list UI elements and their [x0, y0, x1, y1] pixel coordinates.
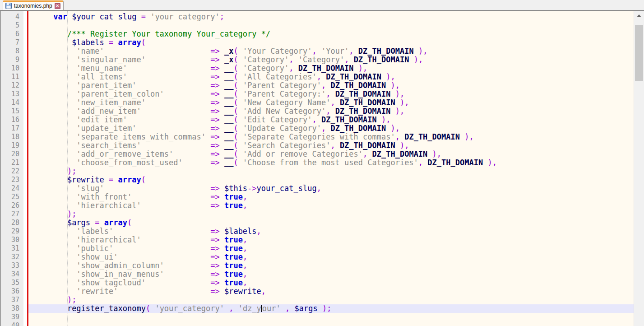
code-token: ), [386, 72, 395, 81]
vertical-scrollbar[interactable] [634, 11, 644, 326]
code-line-32[interactable]: 'show_ui' => true, [28, 253, 634, 261]
code-token: DZ_TH_DOMAIN [354, 55, 409, 64]
code-line-22[interactable]: ); [28, 167, 634, 176]
line-number: 21 [1, 158, 23, 167]
code-token [30, 149, 76, 158]
code-token: ( [233, 107, 238, 116]
code-token: , [321, 81, 326, 90]
code-token: => [210, 227, 219, 236]
code-token [220, 278, 224, 287]
code-token [220, 201, 224, 210]
code-token [136, 81, 210, 90]
code-line-30[interactable]: 'hierarchical' => true, [28, 236, 634, 244]
code-token [113, 244, 210, 253]
code-token: DZ_TH_DOMAIN [326, 72, 381, 81]
code-token: 'show_ui' [76, 252, 118, 261]
code-line-24[interactable]: 'slug' => $this->your_cat_slug, [28, 184, 634, 193]
code-line-16[interactable]: 'edit_item' => __( 'Edit Category', DZ_T… [28, 116, 634, 124]
code-line-23[interactable]: $rewrite = array( [28, 176, 634, 184]
code-line-18[interactable]: 'separate_items_with_commas' => __( 'Sep… [28, 133, 634, 141]
code-line-35[interactable]: 'show_tagcloud' => true, [28, 279, 634, 287]
code-line-8[interactable]: 'name' => _x( 'Your Category', 'Your', D… [28, 47, 634, 56]
code-area[interactable]: var $your_cat_slug = 'your_category'; /*… [28, 11, 634, 326]
code-token [220, 141, 224, 150]
line-number: 28 [1, 219, 23, 227]
code-line-31[interactable]: 'public' => true, [28, 244, 634, 253]
line-number: 7 [1, 38, 23, 47]
code-token [400, 132, 404, 141]
code-token [238, 158, 243, 167]
code-token [326, 81, 330, 90]
code-token: 'Your Category' [243, 47, 312, 56]
code-line-40[interactable] [28, 321, 634, 326]
code-line-26[interactable]: 'hierarchical' => true, [28, 201, 634, 210]
code-token: => [210, 184, 219, 193]
code-token [113, 38, 118, 47]
code-line-38[interactable]: register_taxonomy( 'your_category' , 'dz… [28, 304, 634, 313]
code-line-4[interactable]: var $your_cat_slug = 'your_category'; [28, 13, 634, 21]
code-line-20[interactable]: 'add_or_remove_items' => __( 'Add or rem… [28, 150, 634, 158]
code-token [238, 72, 243, 81]
code-line-6[interactable]: /*** Register Your taxonomy Your_categor… [28, 30, 634, 38]
code-line-5[interactable] [28, 21, 634, 30]
code-line-39[interactable] [28, 313, 634, 321]
code-line-15[interactable]: 'add_new_item' => __( 'Add New Category'… [28, 107, 634, 116]
code-token [238, 98, 243, 107]
code-line-11[interactable]: 'all_items' => __( 'All Categories', DZ_… [28, 73, 634, 81]
code-token: DZ_TH_DOMAIN [330, 124, 386, 133]
code-token: => [210, 270, 219, 279]
code-line-12[interactable]: 'parent_item' => __( 'Parent Category', … [28, 81, 634, 90]
code-token: => [210, 98, 219, 107]
code-token: ), [395, 107, 404, 116]
code-line-34[interactable]: 'show_in_nav_menus' => true, [28, 270, 634, 279]
editor-pane: 4567891011121314151617181920212223242526… [0, 11, 644, 326]
code-token: => [210, 132, 219, 141]
code-token: ( [233, 149, 238, 158]
code-line-37[interactable]: ); [28, 296, 634, 304]
code-token: , [312, 47, 316, 56]
code-token: , [243, 252, 247, 261]
scrollbar-thumb[interactable] [635, 25, 643, 81]
code-token: , [243, 278, 247, 287]
code-token: ( [233, 81, 238, 90]
code-line-14[interactable]: 'new_item_name' => __( 'New Category Nam… [28, 98, 634, 107]
code-token [118, 252, 210, 261]
code-token [220, 107, 224, 116]
code-token: _x [224, 47, 233, 56]
close-icon[interactable]: ✕ [55, 3, 60, 9]
tab-taxonomies-php[interactable]: taxonomies.php ✕ [3, 0, 64, 10]
code-token: , [330, 98, 335, 107]
bookmark-margin [23, 11, 27, 326]
code-token: ( [127, 218, 132, 227]
code-token [238, 115, 243, 124]
scroll-up-arrow[interactable] [637, 14, 641, 17]
code-token: , [312, 115, 316, 124]
code-token [164, 261, 210, 270]
code-line-28[interactable]: $args = array( [28, 219, 634, 227]
code-line-29[interactable]: 'labels' => $labels, [28, 227, 634, 236]
code-line-17[interactable]: 'update_item' => __( 'Update Category', … [28, 124, 634, 133]
code-line-9[interactable]: 'singular_name' => _x( 'Category', 'Cate… [28, 56, 634, 64]
code-line-25[interactable]: 'with_front' => true, [28, 193, 634, 201]
line-number: 39 [1, 313, 23, 321]
code-line-33[interactable]: 'show_admin_column' => true, [28, 261, 634, 270]
line-number: 13 [1, 90, 23, 98]
line-number: 16 [1, 116, 23, 124]
code-line-21[interactable]: 'choose_from_most_used' => __( 'Choose f… [28, 158, 634, 167]
code-token: , [330, 141, 335, 150]
code-token [238, 47, 243, 56]
code-line-19[interactable]: 'search_items' => __( 'Search Categories… [28, 141, 634, 150]
code-line-36[interactable]: 'rewrite' => $rewrite, [28, 287, 634, 296]
code-line-10[interactable]: 'menu_name' => __( 'Category', DZ_TH_DOM… [28, 64, 634, 73]
code-line-27[interactable]: ); [28, 210, 634, 219]
code-token [220, 261, 224, 270]
code-token [30, 175, 67, 184]
code-token: 'menu_name' [76, 64, 127, 73]
code-line-7[interactable]: $labels = array( [28, 38, 634, 47]
code-token [136, 124, 210, 133]
code-token: $labels [72, 38, 104, 47]
code-token: , [261, 287, 266, 296]
line-number: 32 [1, 253, 23, 261]
code-token: ); [67, 210, 76, 219]
code-line-13[interactable]: 'parent_item_colon' => __( 'Parent Categ… [28, 90, 634, 98]
